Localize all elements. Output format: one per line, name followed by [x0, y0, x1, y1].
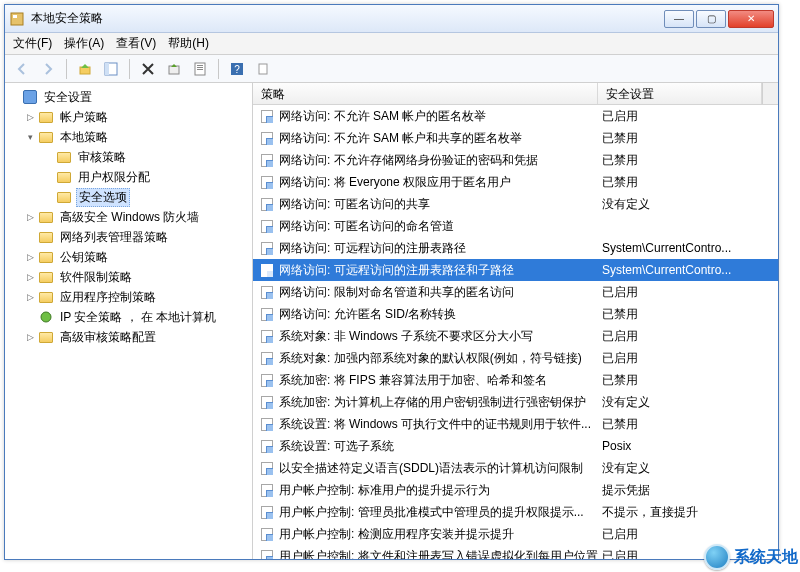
minimize-button[interactable]: —: [664, 10, 694, 28]
expander-icon[interactable]: ▷: [23, 250, 37, 264]
table-row[interactable]: 网络访问: 将 Everyone 权限应用于匿名用户已禁用: [253, 171, 778, 193]
table-row[interactable]: 用户帐户控制: 将文件和注册表写入错误虚拟化到每用户位置已启用: [253, 545, 778, 559]
table-row[interactable]: 网络访问: 可远程访问的注册表路径和子路径System\CurrentContr…: [253, 259, 778, 281]
tree-label: 帐户策略: [58, 109, 110, 126]
tree-node-softrestrict[interactable]: ▷ 软件限制策略: [7, 267, 250, 287]
policy-cell: 网络访问: 将 Everyone 权限应用于匿名用户: [253, 174, 598, 191]
policy-cell: 网络访问: 不允许 SAM 帐户和共享的匿名枚举: [253, 130, 598, 147]
svg-rect-4: [105, 63, 109, 75]
table-row[interactable]: 系统对象: 非 Windows 子系统不要求区分大小写已启用: [253, 325, 778, 347]
policy-icon: [259, 197, 275, 211]
table-row[interactable]: 系统设置: 将 Windows 可执行文件中的证书规则用于软件...已禁用: [253, 413, 778, 435]
tree-node-advaudit[interactable]: ▷ 高级审核策略配置: [7, 327, 250, 347]
expander-icon[interactable]: ▾: [23, 130, 37, 144]
forward-button[interactable]: [37, 58, 59, 80]
policy-cell: 系统设置: 将 Windows 可执行文件中的证书规则用于软件...: [253, 416, 598, 433]
maximize-button[interactable]: ▢: [696, 10, 726, 28]
table-row[interactable]: 系统加密: 为计算机上存储的用户密钥强制进行强密钥保护没有定义: [253, 391, 778, 413]
header-scroll-spacer: [762, 83, 778, 104]
list-body[interactable]: 网络访问: 不允许 SAM 帐户的匿名枚举已启用网络访问: 不允许 SAM 帐户…: [253, 105, 778, 559]
tree-node-netlist[interactable]: ▷ 网络列表管理器策略: [7, 227, 250, 247]
tree-node-appcontrol[interactable]: ▷ 应用程序控制策略: [7, 287, 250, 307]
menu-action[interactable]: 操作(A): [64, 35, 104, 52]
policy-cell: 以安全描述符定义语言(SDDL)语法表示的计算机访问限制: [253, 460, 598, 477]
tree-node-ipsec[interactable]: ▷ IP 安全策略 ， 在 本地计算机: [7, 307, 250, 327]
table-row[interactable]: 网络访问: 可远程访问的注册表路径System\CurrentContro...: [253, 237, 778, 259]
policy-name: 用户帐户控制: 管理员批准模式中管理员的提升权限提示...: [279, 504, 584, 521]
delete-button[interactable]: [137, 58, 159, 80]
policy-icon: [259, 417, 275, 431]
table-row[interactable]: 用户帐户控制: 检测应用程序安装并提示提升已启用: [253, 523, 778, 545]
tree-label: 高级审核策略配置: [58, 329, 158, 346]
policy-name: 网络访问: 不允许 SAM 帐户的匿名枚举: [279, 108, 486, 125]
table-row[interactable]: 网络访问: 允许匿名 SID/名称转换已禁用: [253, 303, 778, 325]
back-button[interactable]: [11, 58, 33, 80]
menu-help[interactable]: 帮助(H): [168, 35, 209, 52]
expander-icon[interactable]: ▷: [23, 110, 37, 124]
toolbar: ?: [5, 55, 778, 83]
column-policy[interactable]: 策略: [253, 83, 598, 104]
policy-name: 系统加密: 为计算机上存储的用户密钥强制进行强密钥保护: [279, 394, 586, 411]
policy-cell: 系统加密: 将 FIPS 兼容算法用于加密、哈希和签名: [253, 372, 598, 389]
tree-label: 本地策略: [58, 129, 110, 146]
expander-icon[interactable]: ▷: [23, 330, 37, 344]
table-row[interactable]: 用户帐户控制: 管理员批准模式中管理员的提升权限提示...不提示，直接提升: [253, 501, 778, 523]
expander-icon[interactable]: ▷: [23, 290, 37, 304]
help-button[interactable]: ?: [226, 58, 248, 80]
svg-rect-2: [80, 67, 90, 74]
policy-cell: 用户帐户控制: 将文件和注册表写入错误虚拟化到每用户位置: [253, 548, 598, 560]
menu-view[interactable]: 查看(V): [116, 35, 156, 52]
export-button[interactable]: [163, 58, 185, 80]
table-row[interactable]: 网络访问: 限制对命名管道和共享的匿名访问已启用: [253, 281, 778, 303]
policy-icon: [259, 439, 275, 453]
table-row[interactable]: 网络访问: 不允许 SAM 帐户和共享的匿名枚举已禁用: [253, 127, 778, 149]
setting-cell: 已禁用: [598, 174, 778, 191]
tree-label: 用户权限分配: [76, 169, 152, 186]
expander-icon[interactable]: ▷: [23, 210, 37, 224]
table-row[interactable]: 以安全描述符定义语言(SDDL)语法表示的计算机访问限制没有定义: [253, 457, 778, 479]
tree-node-pubkey[interactable]: ▷ 公钥策略: [7, 247, 250, 267]
up-button[interactable]: [74, 58, 96, 80]
expander-icon[interactable]: ▷: [23, 270, 37, 284]
table-row[interactable]: 系统设置: 可选子系统Posix: [253, 435, 778, 457]
svg-rect-8: [197, 67, 203, 68]
menu-file[interactable]: 文件(F): [13, 35, 52, 52]
policy-icon: [259, 263, 275, 277]
tree-node-securityoptions[interactable]: ▷ 安全选项: [7, 187, 250, 207]
policy-cell: 网络访问: 可匿名访问的共享: [253, 196, 598, 213]
tree-node-local[interactable]: ▾ 本地策略: [7, 127, 250, 147]
titlebar[interactable]: 本地安全策略 — ▢ ✕: [5, 5, 778, 33]
policy-icon: [259, 461, 275, 475]
table-row[interactable]: 网络访问: 可匿名访问的命名管道: [253, 215, 778, 237]
policy-icon: [259, 395, 275, 409]
window-buttons: — ▢ ✕: [664, 10, 774, 28]
tree-node-firewall[interactable]: ▷ 高级安全 Windows 防火墙: [7, 207, 250, 227]
tree-label: 网络列表管理器策略: [58, 229, 170, 246]
table-row[interactable]: 用户帐户控制: 标准用户的提升提示行为提示凭据: [253, 479, 778, 501]
table-row[interactable]: 网络访问: 不允许 SAM 帐户的匿名枚举已启用: [253, 105, 778, 127]
window-title: 本地安全策略: [31, 10, 664, 27]
tree-root[interactable]: ▶ 安全设置: [7, 87, 250, 107]
tree-node-account[interactable]: ▷ 帐户策略: [7, 107, 250, 127]
table-row[interactable]: 系统加密: 将 FIPS 兼容算法用于加密、哈希和签名已禁用: [253, 369, 778, 391]
table-row[interactable]: 系统对象: 加强内部系统对象的默认权限(例如，符号链接)已启用: [253, 347, 778, 369]
column-setting[interactable]: 安全设置: [598, 83, 762, 104]
folder-icon: [56, 189, 72, 205]
table-row[interactable]: 网络访问: 不允许存储网络身份验证的密码和凭据已禁用: [253, 149, 778, 171]
list-pane: 策略 安全设置 网络访问: 不允许 SAM 帐户的匿名枚举已启用网络访问: 不允…: [253, 83, 778, 559]
content-area: ▶ 安全设置 ▷ 帐户策略 ▾ 本地策略 ▷ 审核策略: [5, 83, 778, 559]
table-row[interactable]: 网络访问: 可匿名访问的共享没有定义: [253, 193, 778, 215]
policy-icon: [259, 175, 275, 189]
setting-cell: 没有定义: [598, 460, 778, 477]
folder-icon: [38, 229, 54, 245]
policy-icon: [259, 527, 275, 541]
policy-cell: 网络访问: 不允许 SAM 帐户的匿名枚举: [253, 108, 598, 125]
show-tree-button[interactable]: [100, 58, 122, 80]
close-button[interactable]: ✕: [728, 10, 774, 28]
tree-node-audit[interactable]: ▷ 审核策略: [7, 147, 250, 167]
properties-button[interactable]: [189, 58, 211, 80]
setting-cell: 已启用: [598, 328, 778, 345]
tree-pane[interactable]: ▶ 安全设置 ▷ 帐户策略 ▾ 本地策略 ▷ 审核策略: [5, 83, 253, 559]
tree-node-userrights[interactable]: ▷ 用户权限分配: [7, 167, 250, 187]
refresh-button[interactable]: [252, 58, 274, 80]
